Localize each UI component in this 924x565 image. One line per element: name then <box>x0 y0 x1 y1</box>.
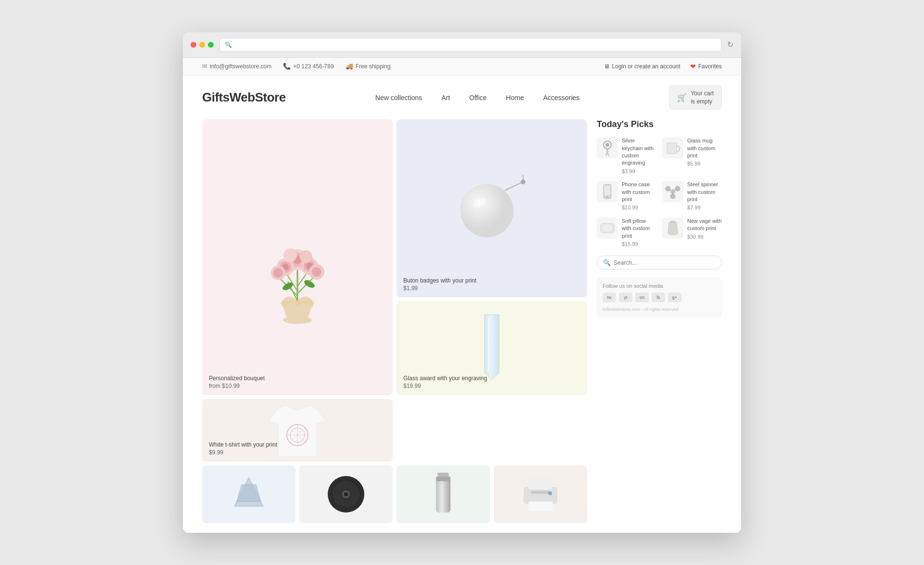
vase-icon <box>664 219 681 237</box>
svg-point-26 <box>521 180 526 184</box>
browser-window: 🔍 ↻ ✉ info@giftswebstore.com 📞 +0 123 45… <box>183 32 741 533</box>
svg-rect-70 <box>670 221 675 223</box>
svg-point-53 <box>548 491 552 495</box>
social-tw[interactable]: tw <box>603 293 616 302</box>
social-section: Follow us on social media tw yt on lb g+… <box>597 277 722 318</box>
social-gplus[interactable]: g+ <box>668 293 681 302</box>
footer-copyright: GiftsWebStore.com - All rights reserved <box>603 307 716 312</box>
shipping-text[interactable]: Free shipping <box>356 63 391 70</box>
award-name: Glass award with your engraving <box>403 375 487 382</box>
pillow-thumb <box>597 218 618 239</box>
svg-point-63 <box>675 186 680 191</box>
product-card-flowers[interactable]: Personalized bouquet from $10.99 <box>202 119 393 395</box>
topbar: ✉ info@giftswebstore.com 📞 +0 123 456-78… <box>183 58 741 76</box>
pick-item-vase[interactable]: New vage with custom print $30.99 <box>662 218 722 248</box>
browser-address-bar[interactable]: 🔍 <box>219 38 721 51</box>
mug-price: $5.99 <box>687 160 722 167</box>
keychain-price: $3.99 <box>622 168 656 175</box>
dot-red[interactable] <box>191 42 196 48</box>
nav-art[interactable]: Art <box>441 94 450 102</box>
svg-rect-50 <box>528 477 552 489</box>
svg-rect-52 <box>531 491 550 494</box>
badge-illustration <box>449 170 535 247</box>
flower-illustration <box>249 180 346 334</box>
truck-icon: 🚚 <box>346 63 353 70</box>
product-card-thermos[interactable] <box>397 465 490 523</box>
search-icon-small: 🔍 <box>603 259 611 266</box>
svg-point-62 <box>666 186 670 191</box>
nav-home[interactable]: Home <box>506 94 524 102</box>
pick-item-phone[interactable]: Phone case with custom print $10.99 <box>597 181 656 212</box>
svg-point-22 <box>283 248 297 262</box>
cart-button[interactable]: 🛒 Your cartis empty <box>669 85 722 110</box>
social-yt[interactable]: yt <box>619 293 632 302</box>
vase-price: $30.99 <box>687 233 722 241</box>
spinner-info: Steel spinner with custom print $7.99 <box>687 181 722 212</box>
pick-item-mug[interactable]: Glass mug with custom print $5.99 <box>662 137 722 175</box>
social-on[interactable]: on <box>635 293 649 302</box>
login-link[interactable]: 🖥 Login or create an account <box>604 63 680 70</box>
product-card-geo[interactable] <box>202 465 295 523</box>
dot-yellow[interactable] <box>199 42 205 48</box>
spinner-name: Steel spinner with custom print <box>687 181 722 203</box>
pick-item-pillow[interactable]: Soft pillow with custom print $15.99 <box>597 218 656 248</box>
nav-accessories[interactable]: Accessories <box>543 94 579 102</box>
badges-name: Buton badges with your print <box>403 277 476 284</box>
pillow-name: Soft pillow with custom print <box>622 218 656 240</box>
email-icon: ✉ <box>202 63 207 70</box>
phone-text: +0 123 456-789 <box>293 63 334 70</box>
favorites-link[interactable]: ❤ Favorites <box>690 63 722 70</box>
svg-rect-49 <box>524 487 557 504</box>
social-icons: tw yt on lb g+ <box>603 293 716 302</box>
svg-point-41 <box>344 492 348 496</box>
pick-item-keychain[interactable]: Silver keychain with custom engraving $3… <box>597 137 656 175</box>
sidebar: Today's Picks <box>597 119 722 523</box>
svg-point-24 <box>461 184 513 237</box>
product-card-badges[interactable]: Buton badges with your print $1.99 <box>397 119 587 297</box>
search-icon: 🔍 <box>225 41 232 48</box>
svg-point-8 <box>303 279 316 289</box>
sidebar-search-input[interactable] <box>614 259 716 266</box>
svg-point-69 <box>603 225 612 231</box>
site-logo[interactable]: GiftsWebStore <box>202 90 286 105</box>
phone-icon: 📞 <box>283 63 291 70</box>
sidebar-search[interactable]: 🔍 <box>597 256 722 270</box>
bottom-product-row <box>202 465 587 523</box>
site-content: ✉ info@giftswebstore.com 📞 +0 123 456-78… <box>183 58 741 533</box>
pillow-info: Soft pillow with custom print $15.99 <box>622 218 656 248</box>
email-item: ✉ info@giftswebstore.com <box>202 63 271 70</box>
product-card-award[interactable]: Glass award with your engraving $19.99 <box>397 301 587 395</box>
flowers-info: Personalized bouquet from $10.99 <box>209 375 265 389</box>
main-nav: New collections Art Office Home Accessor… <box>375 94 579 102</box>
cart-icon: 🛒 <box>677 93 687 102</box>
nav-office[interactable]: Office <box>469 94 487 102</box>
social-lb[interactable]: lb <box>652 293 665 302</box>
pick-item-spinner[interactable]: Steel spinner with custom print $7.99 <box>662 181 722 212</box>
vase-info: New vage with custom print $30.99 <box>687 218 722 241</box>
svg-rect-59 <box>604 186 610 195</box>
topbar-left: ✉ info@giftswebstore.com 📞 +0 123 456-78… <box>202 63 390 70</box>
svg-point-55 <box>605 143 609 147</box>
flowers-name: Personalized bouquet <box>209 375 265 382</box>
svg-point-57 <box>606 154 609 156</box>
svg-point-21 <box>312 267 321 277</box>
phone-info: Phone case with custom print $10.99 <box>622 181 656 212</box>
cart-text: Your cartis empty <box>691 90 714 106</box>
mug-icon <box>664 139 681 156</box>
svg-point-64 <box>670 194 675 199</box>
keychain-icon <box>599 139 616 156</box>
spinner-thumb <box>662 181 683 202</box>
product-card-printer[interactable] <box>494 465 587 523</box>
mug-name: Glass mug with custom print <box>687 137 722 159</box>
account-icon: 🖥 <box>604 63 610 70</box>
pillow-icon <box>599 219 616 237</box>
reload-button[interactable]: ↻ <box>727 40 733 49</box>
award-price: $19.99 <box>403 383 487 389</box>
dot-green[interactable] <box>208 42 214 48</box>
product-card-vinyl[interactable] <box>299 465 393 523</box>
favorites-text: Favorites <box>698 63 722 70</box>
product-card-tshirt[interactable]: White t-shirt with your print $9.99 <box>202 399 393 462</box>
svg-point-19 <box>273 268 283 278</box>
svg-point-23 <box>300 250 312 263</box>
nav-new-collections[interactable]: New collections <box>375 94 422 102</box>
